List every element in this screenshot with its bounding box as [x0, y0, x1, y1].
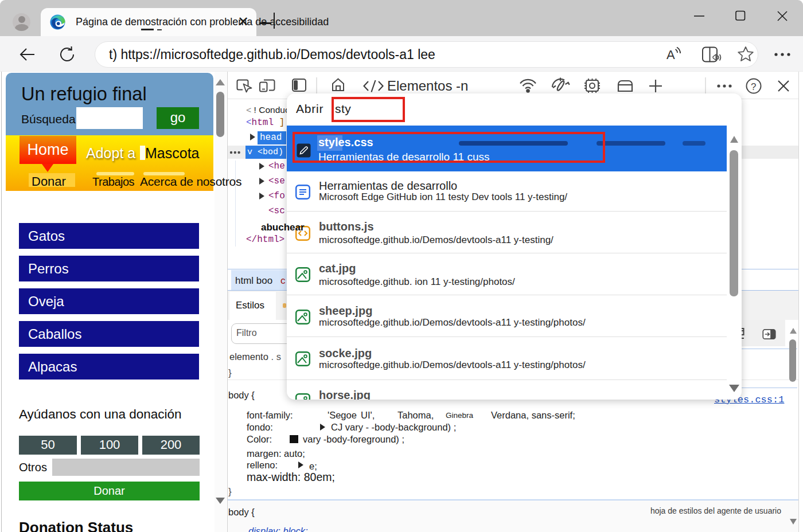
- svg-text:A: A: [666, 48, 675, 62]
- svg-text:?: ?: [751, 81, 756, 92]
- svg-text:Elementos -n: Elementos -n: [387, 78, 468, 93]
